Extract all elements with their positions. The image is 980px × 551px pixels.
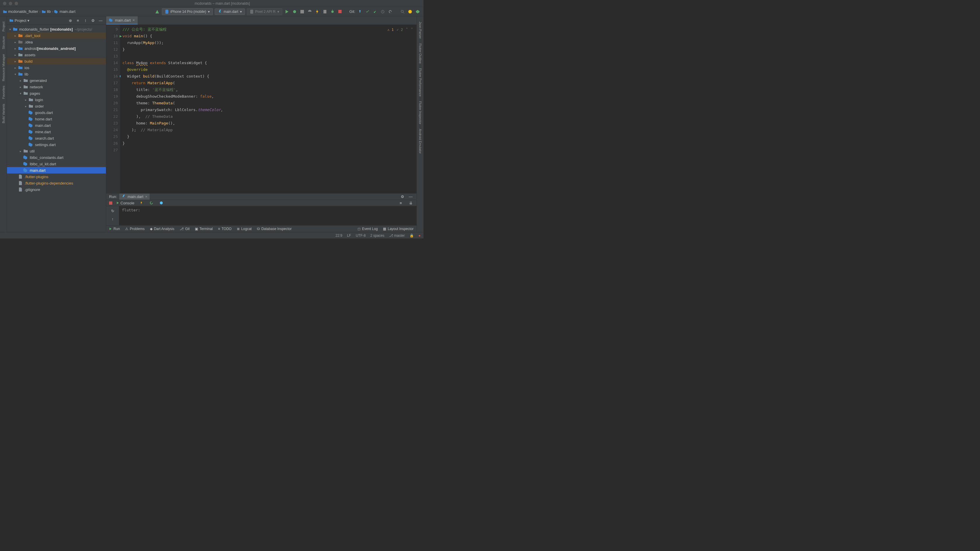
- tool-tab-favorites[interactable]: Favorites: [1, 83, 6, 101]
- profile-button[interactable]: [307, 9, 313, 14]
- tool-tab-event-log[interactable]: ◻Event Log: [358, 227, 378, 231]
- devtools-icon[interactable]: [158, 200, 164, 206]
- ide-settings-button[interactable]: [415, 9, 421, 14]
- tool-tab-json-parser[interactable]: Json Parser: [418, 19, 423, 41]
- tool-tab-build-variants[interactable]: Build Variants: [1, 102, 6, 125]
- tool-tab-todo[interactable]: ≡TODO: [218, 227, 231, 231]
- stop-button[interactable]: [109, 202, 112, 205]
- scroll-to-end-icon[interactable]: ⇊: [408, 200, 414, 206]
- git-rollback-button[interactable]: [387, 9, 393, 14]
- tree-item[interactable]: ▸.idea: [7, 39, 106, 45]
- tree-item[interactable]: ▸network: [7, 84, 106, 90]
- tree-item[interactable]: ▸build: [7, 58, 106, 64]
- close-icon[interactable]: ×: [145, 194, 148, 199]
- search-everywhere-button[interactable]: [399, 9, 406, 14]
- tree-item[interactable]: main.dart: [7, 122, 106, 129]
- error-indicator-icon[interactable]: ●: [418, 233, 421, 238]
- chevron-up-icon[interactable]: ˆ: [406, 27, 408, 33]
- tool-tab-layout-inspector[interactable]: ▦Layout Inspector: [383, 227, 414, 231]
- tree-item[interactable]: goods.dart: [7, 110, 106, 116]
- tree-item[interactable]: ▾lib: [7, 71, 106, 77]
- tree-item[interactable]: settings.dart: [7, 141, 106, 148]
- tree-item[interactable]: ▸ios: [7, 64, 106, 71]
- run-config-selector[interactable]: main.dart ▾: [215, 8, 245, 15]
- tool-tab-flutter-inspector[interactable]: Flutter Inspector: [418, 99, 423, 127]
- breadcrumb-file[interactable]: main.dart: [54, 10, 75, 14]
- hide-panel-button[interactable]: —: [98, 17, 103, 23]
- tool-tab-database-inspector[interactable]: ⛁Database Inspector: [257, 227, 292, 231]
- chevron-down-icon[interactable]: ˇ: [411, 27, 413, 33]
- editor-inspection-indicators[interactable]: ⚠ 1 ✓ 2 ˆ ˇ: [387, 27, 413, 33]
- warning-indicator[interactable]: ⚠ 1: [387, 27, 394, 33]
- status-git-branch[interactable]: ⎇ master: [389, 233, 405, 238]
- run-config-tab[interactable]: main.dart ×: [119, 194, 150, 200]
- up-icon[interactable]: ↑: [110, 216, 116, 222]
- tree-item[interactable]: ▸util: [7, 148, 106, 154]
- git-history-button[interactable]: [380, 9, 386, 14]
- hot-restart-icon[interactable]: [148, 200, 154, 206]
- tool-tab-problems[interactable]: ⚠Problems: [125, 227, 145, 231]
- status-indent[interactable]: 2 spaces: [371, 233, 384, 238]
- run-button[interactable]: [284, 9, 290, 14]
- tool-tab-android-emulator[interactable]: Android Emulator: [418, 127, 423, 156]
- hide-panel-button[interactable]: —: [408, 194, 414, 200]
- lock-icon[interactable]: 🔒: [409, 233, 414, 238]
- tree-item[interactable]: ▸assets: [7, 52, 106, 58]
- tool-tab-run[interactable]: Run: [109, 227, 120, 231]
- pass-indicator[interactable]: ✓ 2: [397, 27, 403, 33]
- tree-item[interactable]: ▾pages: [7, 90, 106, 97]
- debug-button[interactable]: [292, 9, 298, 14]
- emulator-selector[interactable]: Pixel 2 API R ▾: [247, 8, 282, 15]
- hot-reload-icon[interactable]: [138, 200, 145, 206]
- editor-tab-main[interactable]: main.dart ×: [106, 16, 138, 24]
- ide-updates-button[interactable]: [407, 9, 413, 14]
- tree-item[interactable]: ▸login: [7, 97, 106, 103]
- soft-wrap-icon[interactable]: ≡: [398, 200, 404, 206]
- tree-item[interactable]: home.dart: [7, 116, 106, 122]
- tree-item[interactable]: ▸.dart_tool: [7, 32, 106, 39]
- tool-tab-dart-analysis[interactable]: ◆Dart Analysis: [150, 227, 174, 231]
- tool-tab-terminal[interactable]: ▣Terminal: [195, 227, 213, 231]
- expand-all-button[interactable]: ≡: [75, 17, 81, 23]
- collapse-all-button[interactable]: ⫶: [83, 17, 88, 23]
- tree-item[interactable]: ▸generated: [7, 77, 106, 84]
- console-tab[interactable]: Console: [116, 201, 134, 205]
- tree-item[interactable]: ▸order: [7, 103, 106, 110]
- status-cursor-position[interactable]: 22:9: [336, 233, 342, 238]
- tool-tab-logcat[interactable]: ≣Logcat: [237, 227, 252, 231]
- tool-tab-flutter-outline[interactable]: Flutter Outline: [418, 41, 423, 66]
- build-icon[interactable]: [154, 9, 160, 14]
- project-view-dropdown[interactable]: Project ▾: [10, 18, 29, 23]
- hot-restart-button[interactable]: [322, 9, 328, 14]
- tool-tab-flutter-performance[interactable]: Flutter Performance: [418, 66, 423, 99]
- tree-item[interactable]: lblbc_constants.dart: [7, 154, 106, 160]
- project-tree[interactable]: ▾ mcdonalds_flutter [mcdonalds] ~/projec…: [7, 25, 106, 232]
- tree-item[interactable]: .gitignore: [7, 186, 106, 193]
- coverage-button[interactable]: [299, 9, 305, 14]
- tree-item[interactable]: .flutter-plugins: [7, 173, 106, 180]
- git-update-button[interactable]: [357, 9, 363, 14]
- tool-tab-project[interactable]: Project: [1, 19, 6, 34]
- tree-item[interactable]: .flutter-plugins-dependencies: [7, 180, 106, 186]
- tree-item[interactable]: mine.dart: [7, 129, 106, 135]
- stop-button[interactable]: [337, 9, 343, 14]
- gear-icon[interactable]: ⚙: [399, 194, 406, 200]
- tree-item[interactable]: lblbc_ui_kit.dart: [7, 160, 106, 167]
- breadcrumb-root[interactable]: mcdonalds_flutter: [3, 10, 38, 14]
- git-push-button[interactable]: [372, 9, 378, 14]
- git-commit-button[interactable]: [364, 9, 371, 14]
- tree-item[interactable]: search.dart: [7, 135, 106, 141]
- tool-tab-resource-manager[interactable]: Resource Manager: [1, 52, 6, 84]
- tree-item[interactable]: ▸android [mcdonalds_android]: [7, 45, 106, 52]
- close-window-icon[interactable]: [3, 2, 6, 5]
- editor-content[interactable]: ⚠ 1 ✓ 2 ˆ ˇ /// 公众号: 蓝不蓝编程void main() { …: [120, 25, 417, 193]
- select-opened-file-button[interactable]: ⊕: [67, 17, 73, 23]
- tool-tab-git[interactable]: ⎇Git: [180, 227, 189, 231]
- device-selector[interactable]: iPhone 14 Pro (mobile) ▾: [162, 8, 213, 15]
- rerun-icon[interactable]: ↻: [110, 208, 116, 214]
- maximize-window-icon[interactable]: [14, 2, 18, 5]
- editor-body[interactable]: 910▶111213141516⬆1718192021222324252627 …: [106, 25, 417, 193]
- status-encoding[interactable]: UTF-8: [356, 233, 366, 238]
- close-tab-icon[interactable]: ×: [132, 18, 135, 22]
- attach-debugger-button[interactable]: [329, 9, 336, 14]
